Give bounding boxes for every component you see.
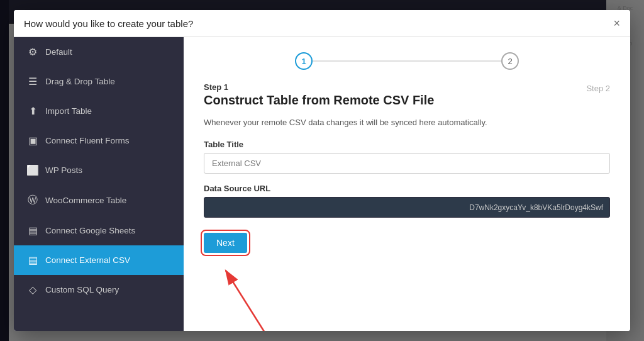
sidebar-item-woocommerce[interactable]: Ⓦ WooCommerce Table [14, 185, 184, 216]
step-title: Construct Table from Remote CSV File [204, 93, 434, 108]
modal-title: How would you like to create your table? [24, 18, 193, 29]
sidebar-label-external-csv: Connect External CSV [45, 255, 130, 265]
step1-circle: 1 [295, 52, 313, 70]
sidebar-label-import: Import Table [45, 106, 92, 116]
sidebar-item-external-csv[interactable]: ▤ Connect External CSV [14, 245, 184, 275]
url-input-wrapper: D7wNk2gxycaYv_k8bVKa5lrDoyg4kSwf [204, 197, 610, 218]
sidebar-label-default: Default [45, 47, 72, 57]
data-source-label: Data Source URL [204, 184, 610, 193]
svg-line-1 [226, 271, 279, 331]
sidebar-label-google-sheets: Connect Google Sheets [45, 226, 135, 235]
main-content: 1 2 Step 1 Construct Table from Remote C… [184, 37, 630, 331]
arrow-annotation [204, 258, 330, 331]
step-label-row: Step 1 Construct Table from Remote CSV F… [204, 82, 610, 108]
step-label-left: Step 1 Construct Table from Remote CSV F… [204, 82, 434, 108]
table-title-input[interactable] [204, 153, 610, 174]
step-description: Whenever your remote CSV data changes it… [204, 118, 610, 127]
steps-indicator: 1 2 [204, 52, 610, 70]
step2-label: Step 2 [586, 84, 610, 93]
sidebar-icon-import: ⬆ [26, 105, 39, 117]
sidebar-item-wp-posts[interactable]: ⬜ WP Posts [14, 155, 184, 185]
sidebar-icon-woocommerce: Ⓦ [26, 194, 39, 207]
sidebar-item-fluent-forms[interactable]: ▣ Connect Fluent Forms [14, 126, 184, 155]
sidebar-icon-wp-posts: ⬜ [26, 164, 39, 176]
step-number: Step 1 [204, 82, 434, 92]
data-source-input[interactable] [204, 197, 610, 218]
sidebar-item-custom-sql[interactable]: ◇ Custom SQL Query [14, 275, 184, 305]
sidebar-icon-google-sheets: ▤ [26, 225, 39, 237]
sidebar-icon-external-csv: ▤ [26, 254, 39, 266]
next-button-container: Next [204, 233, 247, 253]
sidebar-label-fluent-forms: Connect Fluent Forms [45, 136, 130, 145]
sidebar-item-drag-drop[interactable]: ☰ Drag & Drop Table [14, 67, 184, 96]
sidebar-label-drag-drop: Drag & Drop Table [45, 77, 115, 86]
close-button[interactable]: × [613, 18, 620, 29]
sidebar-icon-custom-sql: ◇ [26, 284, 39, 296]
sidebar-icon-default: ⚙ [26, 46, 39, 58]
modal-overlay: How would you like to create your table?… [0, 0, 644, 341]
sidebar-label-wp-posts: WP Posts [45, 165, 82, 175]
sidebar-icon-drag-drop: ☰ [26, 75, 39, 87]
sidebar-label-custom-sql: Custom SQL Query [45, 285, 119, 294]
modal-header: How would you like to create your table?… [14, 10, 630, 37]
modal-body: ⚙ Default ☰ Drag & Drop Table ⬆ Import T… [14, 37, 630, 331]
step-connector [313, 60, 501, 62]
sidebar-icon-fluent-forms: ▣ [26, 135, 39, 147]
sidebar-item-default[interactable]: ⚙ Default [14, 37, 184, 67]
sidebar-item-google-sheets[interactable]: ▤ Connect Google Sheets [14, 216, 184, 245]
modal: How would you like to create your table?… [14, 10, 630, 331]
next-button[interactable]: Next [204, 233, 247, 253]
sidebar-label-woocommerce: WooCommerce Table [45, 196, 126, 205]
sidebar-item-import[interactable]: ⬆ Import Table [14, 96, 184, 126]
table-title-label: Table Title [204, 140, 610, 149]
sidebar: ⚙ Default ☰ Drag & Drop Table ⬆ Import T… [14, 37, 184, 331]
step2-circle: 2 [501, 52, 519, 70]
